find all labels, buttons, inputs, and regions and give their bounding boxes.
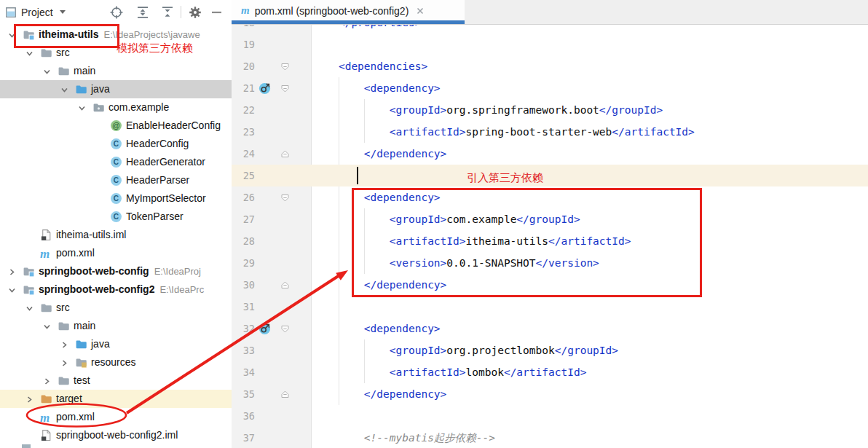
tree-item-pom-xml[interactable]: mpom.xml — [0, 244, 232, 262]
editor-line-35[interactable]: 35 </dependency> — [232, 383, 868, 405]
tree-item-headergenerator[interactable]: CHeaderGenerator — [0, 153, 232, 171]
tree-item-target[interactable]: target — [0, 390, 232, 408]
tree-item-java[interactable]: java — [0, 335, 232, 353]
hide-panel-icon[interactable] — [210, 5, 224, 20]
tree-item-pom-xml[interactable]: mpom.xml — [0, 408, 232, 426]
tab-title: pom.xml (springboot-web-config2) — [255, 5, 409, 17]
tree-item-label: src — [56, 299, 70, 317]
editor-line-20[interactable]: 20 <dependencies> — [232, 55, 868, 77]
line-number: 26 — [232, 186, 255, 208]
tree-item-springboot-web-config[interactable]: springboot-web-configE:\IdeaProj — [0, 262, 232, 280]
line-number: 36 — [232, 405, 255, 427]
settings-gear-icon[interactable] — [188, 5, 202, 20]
chevron-down-icon[interactable] — [7, 285, 17, 294]
code-text: <dependency> — [313, 77, 441, 99]
folder-target-icon — [40, 393, 52, 405]
maven-icon: m — [40, 247, 52, 259]
fold-marker-icon[interactable] — [280, 83, 290, 93]
editor-line-32[interactable]: 32 <dependency> — [232, 318, 868, 339]
tree-item-label: springboot-web-config2.iml — [56, 426, 178, 444]
fold-marker-icon[interactable] — [280, 192, 290, 202]
tree-item-headerconfig[interactable]: CHeaderConfig — [0, 135, 232, 153]
tree-item-label: resources — [91, 353, 135, 372]
tree-item-tokenparser[interactable]: CTokenParser — [0, 208, 232, 226]
folder-icon — [58, 374, 70, 387]
tree-item-label: HeaderParser — [126, 171, 189, 189]
collapse-all-icon[interactable] — [160, 5, 175, 20]
chevron-down-icon[interactable] — [25, 48, 34, 58]
editor-line-31[interactable]: 31 — [232, 296, 868, 318]
line-number: 29 — [232, 252, 255, 274]
editor-line-34[interactable]: 34 <artifactId>lombok</artifactId> — [232, 361, 868, 383]
chevron-right-icon[interactable] — [42, 376, 52, 385]
tree-item-itheima-utils-iml[interactable]: itheima-utils.iml — [0, 226, 232, 244]
fold-marker-icon[interactable] — [280, 149, 290, 158]
tree-item-src[interactable]: src — [0, 299, 232, 317]
editor-line-37[interactable]: 37 <!--mybatis起步依赖--> — [232, 427, 868, 448]
fold-marker-icon[interactable] — [280, 389, 290, 398]
tree-item-enableheaderconfig[interactable]: @EnableHeaderConfig — [0, 117, 232, 135]
iml-icon — [40, 429, 52, 441]
editor-line-24[interactable]: 24 </dependency> — [232, 143, 868, 165]
chevron-right-icon[interactable] — [25, 394, 34, 404]
item-name: HeaderGenerator — [126, 156, 205, 168]
tree-item-label: itheima-utils.iml — [56, 226, 126, 244]
maven-navigate-icon[interactable] — [259, 322, 272, 335]
project-view-selector[interactable]: Project — [6, 0, 66, 24]
editor-line-33[interactable]: 33 <groupId>org.projectlombok</groupId> — [232, 339, 868, 361]
maven-navigate-icon[interactable] — [259, 82, 272, 95]
tree-item-headerparser[interactable]: CHeaderParser — [0, 171, 232, 189]
editor-line-36[interactable]: 36 — [232, 405, 868, 427]
folder-root-icon — [23, 265, 35, 278]
chevron-down-icon[interactable] — [42, 321, 52, 331]
tree-item-java[interactable]: java — [0, 80, 232, 98]
panel-title: Project — [21, 7, 53, 18]
chevron-down-icon[interactable] — [77, 103, 87, 112]
close-tab-icon[interactable] — [415, 6, 425, 16]
chevron-down-icon[interactable] — [42, 66, 52, 76]
annotation-label-third-party: 模拟第三方依赖 — [117, 42, 193, 55]
editor-line-25[interactable]: 25 — [232, 165, 868, 186]
item-name: springboot-web-config — [39, 265, 149, 277]
code-text: <artifactId>lombok</artifactId> — [313, 361, 586, 383]
editor-line-21[interactable]: 21 <dependency> — [232, 77, 868, 99]
iml-icon — [40, 229, 52, 241]
annotation-box-itheima-utils — [14, 24, 119, 48]
annotation-label-import-dependency: 引入第三方依赖 — [467, 171, 543, 185]
item-name: springboot-web-config2.iml — [56, 429, 178, 441]
tree-item-springboot-web-config2[interactable]: springboot-web-config2E:\IdeaPrc — [0, 280, 232, 299]
editor-line-22[interactable]: 22 <groupId>org.springframework.boot</gr… — [232, 99, 868, 121]
chevron-right-icon[interactable] — [60, 358, 69, 367]
item-name: src — [56, 302, 70, 313]
maven-icon: m — [40, 411, 52, 423]
editor-line-23[interactable]: 23 <artifactId>spring-boot-starter-web</… — [232, 121, 868, 143]
item-name: resources — [91, 356, 135, 368]
tree-item-test[interactable]: test — [0, 372, 232, 390]
fold-marker-icon[interactable] — [280, 323, 290, 333]
tree-item-springboot-web-config2-iml[interactable]: springboot-web-config2.iml — [0, 426, 232, 444]
editor-line-19[interactable]: 19 — [232, 34, 868, 55]
fold-marker-icon[interactable] — [280, 280, 290, 289]
tree-item-main[interactable]: main — [0, 62, 232, 80]
tree-item-main[interactable]: main — [0, 317, 232, 335]
folder-java-icon — [75, 83, 87, 95]
chevron-right-icon[interactable] — [60, 339, 69, 349]
tab-pom-xml[interactable]: m pom.xml (springboot-web-config2) — [232, 0, 465, 21]
tree-item-com-example[interactable]: com.example — [0, 98, 232, 117]
item-name: EnableHeaderConfig — [126, 119, 221, 131]
tree-item-myimportselector[interactable]: CMyImportSelector — [0, 189, 232, 208]
expand-all-icon[interactable] — [135, 5, 150, 20]
locate-file-icon[interactable] — [109, 5, 124, 20]
line-number: 28 — [232, 230, 255, 252]
fold-marker-icon[interactable] — [280, 61, 290, 71]
item-name: HeaderParser — [126, 174, 189, 186]
line-number: 37 — [232, 427, 255, 448]
annotation-box-dependency — [352, 188, 702, 297]
annotation-icon: @ — [110, 119, 122, 132]
tree-item-resources[interactable]: resources — [0, 353, 232, 372]
chevron-right-icon[interactable] — [7, 267, 17, 276]
chevron-down-icon — [60, 10, 66, 14]
code-text: <groupId>org.projectlombok</groupId> — [313, 339, 618, 361]
chevron-down-icon[interactable] — [60, 85, 69, 94]
chevron-down-icon[interactable] — [25, 303, 34, 313]
